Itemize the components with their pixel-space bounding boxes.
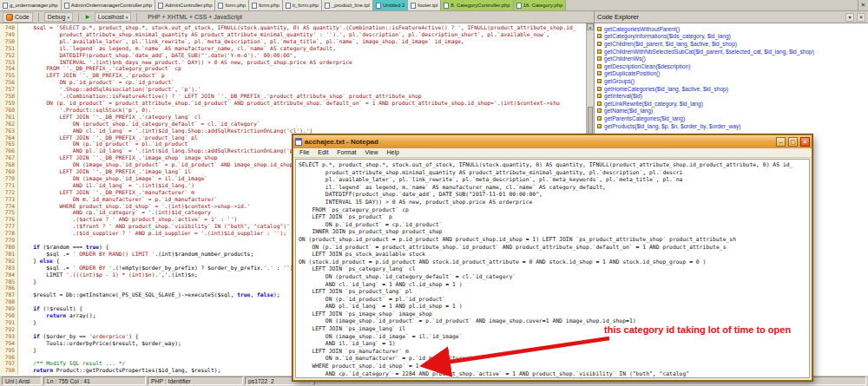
file-tab[interactable]: AdminOrdermanagerController.php xyxy=(62,0,155,10)
explorer-function-item[interactable]: getChildrenWs() xyxy=(597,55,868,62)
debug-label: Debug xyxy=(48,14,66,20)
file-tab[interactable]: Untitled 2 xyxy=(373,0,408,10)
explorer-function-item[interactable]: getProducts($id_lang, $p, $n, $order_by,… xyxy=(597,122,868,130)
notepad-menubar: FileEditFormatViewHelp xyxy=(293,148,812,158)
server-select[interactable]: Localhost ▾ xyxy=(95,12,131,22)
explorer-function-item[interactable]: getHomeCategories($id_lang, $active, $id… xyxy=(597,85,868,93)
function-icon xyxy=(597,79,602,83)
function-icon xyxy=(597,108,602,113)
document-type-label: PHP + XHTML + CSS + JavaScript xyxy=(148,14,242,20)
annotation-text: this category id taking lot of time to o… xyxy=(604,324,806,336)
explorer-function-item[interactable]: getDescriptionClean($description) xyxy=(597,62,868,70)
file-tab[interactable]: 16. Category.php xyxy=(514,0,567,10)
file-tab[interactable]: AdminController.php xyxy=(155,0,215,10)
file-tab[interactable]: form.php xyxy=(215,0,249,10)
file-tab[interactable]: g_ordermanager.php xyxy=(0,0,62,10)
notepad-line: AND cl.`id_lang` = 1 AND cl.id_shop = 1 … xyxy=(299,281,809,289)
function-icon xyxy=(597,64,602,69)
explorer-function-item[interactable]: getLinkRewrite($id_category, $id_lang) xyxy=(597,100,868,108)
function-icon xyxy=(597,116,602,121)
code-explorer-title: Code Explorer xyxy=(597,13,843,21)
file-tab[interactable]: 8. CategoryController.php xyxy=(441,0,513,10)
explorer-function-item[interactable]: getCategoriesWithoutParent() xyxy=(597,25,868,33)
notepad-icon xyxy=(295,138,302,146)
code-line: product_attribute_shop.minimal_quantity … xyxy=(20,31,586,38)
notepad-line: FROM `ps_category_product` cp xyxy=(299,206,809,214)
notepad-line: LEFT JOIN `ps_manufacturer` m xyxy=(299,348,809,356)
menu-item-format[interactable]: Format xyxy=(332,148,360,157)
close-icon[interactable]: ✕ xyxy=(858,0,868,10)
php-file-icon xyxy=(376,3,381,9)
code-line: ON (product_shop.`id_category_default` =… xyxy=(20,121,586,128)
server-label: Localhost xyxy=(98,14,124,20)
php-file-icon xyxy=(252,3,257,9)
file-tab[interactable]: footer.tpl xyxy=(408,0,441,10)
maximize-button[interactable]: ▢ xyxy=(788,137,798,147)
file-tabs: g_ordermanager.phpAdminOrdermanagerContr… xyxy=(0,0,566,10)
code-line: '.Product::sqlStock('p', 0).' xyxy=(20,107,586,114)
function-icon xyxy=(597,124,602,128)
function-icon xyxy=(597,56,602,61)
notepad-text-area[interactable]: SELECT p.*, product_shop.*, stock.out_of… xyxy=(295,159,810,378)
notepad-line: ON (product_shop.`id_category_default` =… xyxy=(299,273,809,281)
file-tab[interactable]: form.php xyxy=(249,0,283,10)
menu-item-view[interactable]: View xyxy=(361,148,383,157)
notepad-line: ON (p.`id_product` = pl.`id_product` xyxy=(299,296,809,304)
menu-item-edit[interactable]: Edit xyxy=(313,148,332,157)
menu-item-help[interactable]: Help xyxy=(383,148,404,157)
code-line: LEFT JOIN `'._DB_PREFIX_.'product` p xyxy=(20,72,586,79)
function-icon xyxy=(597,27,602,31)
code-line: INTERVAL '.(int)$nb_days_new_product.' D… xyxy=(20,59,586,66)
file-tab[interactable]: it_form.php xyxy=(283,0,322,10)
notepad-line: AND il.`id_lang` = 1) xyxy=(299,340,809,348)
toolbar-left: Code Debug ▾ ► Localhost ▾ PHP + XHTML +… xyxy=(0,12,594,23)
close-button[interactable]: ✕ xyxy=(800,137,810,147)
run-button[interactable]: ► xyxy=(84,14,91,21)
toolbar-separator xyxy=(136,13,137,22)
code-explorer-header: Code Explorer ▾ ✕ xyxy=(594,11,868,23)
codelobster-icon xyxy=(6,14,13,21)
notepad-title: acchajee.txt - Notepad xyxy=(305,138,773,146)
explorer-function-item[interactable]: getInterval($id) xyxy=(597,92,868,100)
close-icon[interactable]: ✕ xyxy=(857,13,865,22)
code-view-label: Code xyxy=(15,14,30,20)
notepad-titlebar[interactable]: acchajee.txt - Notepad – ▢ ✕ xyxy=(293,135,812,148)
notepad-line: il.`legend` as legend, m.`name` AS manuf… xyxy=(299,184,809,192)
explorer-function-item[interactable]: getParentsCategories($id_lang) xyxy=(597,114,868,122)
scroll-up-icon[interactable]: ▲ xyxy=(587,23,594,30)
minimize-button[interactable]: – xyxy=(776,137,786,147)
explorer-function-item[interactable]: getChildrenWithNbSelectedSubCat($id_pare… xyxy=(597,48,868,56)
toolbar-separator xyxy=(78,13,79,22)
notepad-line: AND pl.`id_lang` = 1 AND pl.id_shop = 1 … xyxy=(299,303,809,311)
explorer-function-item[interactable]: getName($id_lang) xyxy=(597,108,868,115)
menu-item-file[interactable]: File xyxy=(295,148,313,157)
notepad-line: ON (stock.id_product = p.id_product AND … xyxy=(299,258,809,266)
toolbar-separator xyxy=(38,13,39,22)
php-file-icon xyxy=(444,3,449,9)
debug-menu-button[interactable]: Debug ▾ xyxy=(44,12,73,22)
notepad-line: ON (product_shop.id_product = p.id_produ… xyxy=(299,236,809,244)
code-line: pl.`available_later`, pl.`link_rewrite`,… xyxy=(20,38,586,45)
pin-icon[interactable]: ▾ xyxy=(845,13,854,22)
explorer-function-item[interactable]: getChildren($id_parent, $id_lang, $activ… xyxy=(597,40,868,48)
notepad-line: LEFT JOIN `ps_category_lang` cl xyxy=(299,265,809,273)
function-icon xyxy=(597,101,602,106)
code-line: '.(Combination::isFeatureActive() ? ' LE… xyxy=(20,93,586,100)
explorer-function-item[interactable]: getDuplicatePosition() xyxy=(597,70,868,78)
code-line: $sql = 'SELECT p.*, product_shop.*, stoc… xyxy=(20,24,586,31)
notepad-line: WHERE product_shop.`id_shop` = 1 xyxy=(299,363,809,370)
code-view-button[interactable]: Code xyxy=(3,12,33,23)
php-file-icon xyxy=(516,3,522,9)
notepad-line: pl.`available_later`, pl.`link_rewrite`,… xyxy=(299,176,809,184)
chevron-down-icon: ▾ xyxy=(67,15,69,20)
notepad-window[interactable]: acchajee.txt - Notepad – ▢ ✕ FileEditFor… xyxy=(293,134,812,381)
explorer-function-item[interactable]: getCategoryInformations($ids_category, $… xyxy=(597,33,868,41)
explorer-function-item[interactable]: getGroups() xyxy=(597,77,868,85)
code-line: LEFT JOIN `'._DB_PREFIX_.'category_lang`… xyxy=(20,114,586,121)
file-tab[interactable]: _product_line.tpl xyxy=(322,0,373,10)
ide-window: g_ordermanager.phpAdminOrdermanagerContr… xyxy=(0,0,868,386)
notepad-line: ON p.`id_product` = cp.`id_product` xyxy=(299,221,809,229)
notepad-line: LEFT JOIN `ps_product_lang` pl xyxy=(299,288,809,296)
toolbar: Code Debug ▾ ► Localhost ▾ PHP + XHTML +… xyxy=(0,11,868,23)
notepad-line: ON (p.`id_product` = product_attribute_s… xyxy=(299,244,809,252)
